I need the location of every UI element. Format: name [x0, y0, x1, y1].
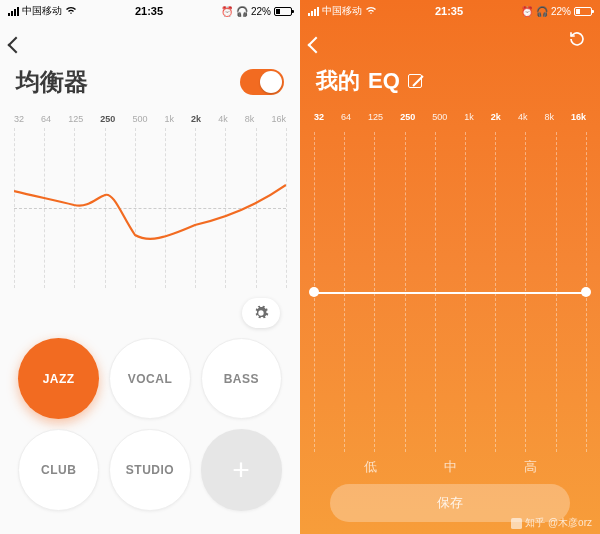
headphones-icon: 🎧 [536, 6, 548, 17]
preset-grid: JAZZ VOCAL BASS CLUB STUDIO + [0, 338, 300, 511]
frequency-labels: 32 64 125 250 500 1k 2k 4k 8k 16k [0, 108, 300, 128]
wifi-icon [365, 6, 377, 17]
reset-button[interactable] [568, 30, 586, 48]
signal-icon [308, 7, 319, 16]
carrier-label: 中国移动 [22, 4, 62, 18]
preset-bass[interactable]: BASS [201, 338, 282, 419]
status-bar: 中国移动 21:35 ⏰ 🎧 22% [300, 0, 600, 20]
alarm-icon: ⏰ [221, 6, 233, 17]
battery-icon [274, 7, 292, 16]
battery-pct: 22% [551, 6, 571, 17]
alarm-icon: ⏰ [521, 6, 533, 17]
slider-handle[interactable] [581, 287, 591, 297]
page-title: 我的 EQ [316, 66, 422, 96]
wifi-icon [65, 6, 77, 17]
jazz-curve [14, 128, 286, 288]
zhihu-icon [511, 518, 522, 529]
add-preset-button[interactable]: + [201, 429, 282, 510]
eq-sliders[interactable] [314, 132, 586, 452]
settings-button[interactable] [242, 298, 280, 328]
preset-jazz[interactable]: JAZZ [18, 338, 99, 419]
status-bar: 中国移动 21:35 ⏰ 🎧 22% [0, 0, 300, 20]
eq-toggle[interactable] [240, 69, 284, 95]
back-button[interactable] [308, 37, 325, 54]
battery-pct: 22% [251, 6, 271, 17]
watermark: 知乎 @木彦orz [511, 516, 592, 530]
signal-icon [8, 7, 19, 16]
frequency-labels: 32 64 125 250 500 1k 2k 4k 8k 16k [300, 106, 600, 126]
preset-vocal[interactable]: VOCAL [109, 338, 190, 419]
gear-icon [253, 305, 269, 321]
slider-handle[interactable] [309, 287, 319, 297]
edit-icon[interactable] [408, 74, 422, 88]
range-labels: 低 中 高 [300, 452, 600, 484]
eq-line [314, 292, 586, 294]
preset-club[interactable]: CLUB [18, 429, 99, 510]
page-title: 均衡器 [16, 66, 88, 98]
carrier-label: 中国移动 [322, 4, 362, 18]
preset-studio[interactable]: STUDIO [109, 429, 190, 510]
battery-icon [574, 7, 592, 16]
eq-curve-chart [0, 128, 300, 288]
clock: 21:35 [435, 5, 463, 17]
svg-rect-0 [511, 518, 522, 529]
headphones-icon: 🎧 [236, 6, 248, 17]
back-button[interactable] [8, 37, 25, 54]
clock: 21:35 [135, 5, 163, 17]
